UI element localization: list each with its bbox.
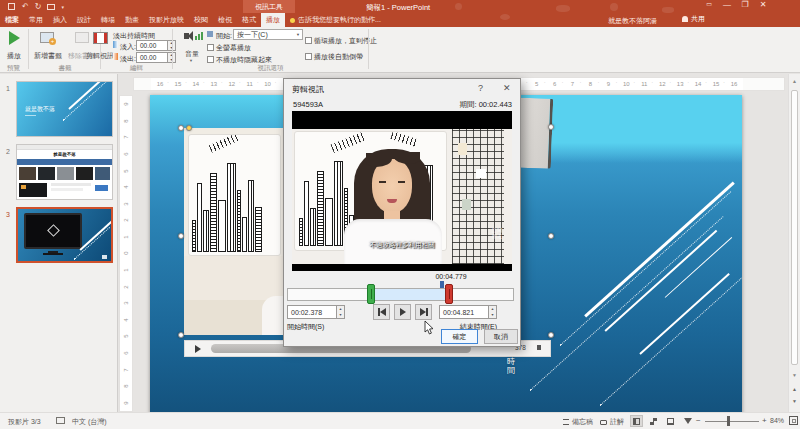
undo-icon[interactable]: ↶	[22, 2, 29, 11]
checkbox-icon	[207, 44, 214, 51]
help-icon[interactable]: ?	[478, 83, 483, 93]
selection-handle[interactable]	[548, 124, 554, 130]
player-play-icon[interactable]	[195, 345, 201, 353]
volume-speaker-cone	[188, 31, 193, 41]
slide-3-thumbnail-selected[interactable]	[16, 207, 113, 263]
display-settings-icon[interactable]	[56, 417, 65, 424]
next-frame-button[interactable]	[415, 304, 432, 320]
vertical-scrollbar[interactable]: ▲ ▼ ▲ ▼	[788, 74, 800, 412]
scroll-down-icon[interactable]: ▼	[792, 372, 797, 378]
ok-button[interactable]: 確定	[441, 329, 478, 344]
vertical-ruler[interactable]: 9876543210123456789	[119, 95, 133, 412]
previous-frame-button[interactable]	[373, 304, 390, 320]
tab-insert[interactable]: 插入	[48, 13, 72, 27]
selection-handle[interactable]	[178, 233, 184, 239]
zoom-out-button[interactable]: −	[696, 416, 701, 425]
ruler-number: 0	[120, 245, 132, 262]
reading-view-button[interactable]	[664, 415, 677, 427]
ok-label: 確定	[453, 332, 467, 342]
scroll-up-icon[interactable]: ▲	[792, 78, 797, 84]
tab-slideshow[interactable]: 投影片放映	[144, 13, 189, 27]
tab-animations[interactable]: 動畫	[120, 13, 144, 27]
fade-out-spinner[interactable]: 00.00 ▲▼	[136, 52, 176, 63]
trim-video-dialog[interactable]: 剪輯視訊 ? ✕ 594593A 期間: 00:02.443	[283, 78, 521, 347]
add-bookmark-button[interactable]: + 新增書籤	[31, 29, 65, 63]
zoom-slider-thumb[interactable]	[727, 416, 730, 426]
selection-handle[interactable]	[548, 233, 554, 239]
minimize-button[interactable]: —	[718, 0, 736, 13]
play-button[interactable]	[394, 304, 411, 320]
trim-slider-track[interactable]	[287, 288, 514, 301]
ribbon-display-options-icon[interactable]: ▭	[700, 0, 718, 13]
selection-handle[interactable]	[178, 125, 184, 131]
website-navbar	[17, 159, 112, 165]
slide-video-object[interactable]	[184, 128, 283, 335]
tab-format[interactable]: 格式	[237, 13, 261, 27]
share-button[interactable]: 共用	[682, 14, 705, 24]
group-separator	[368, 29, 369, 69]
mural-card	[188, 134, 281, 256]
maximize-button[interactable]: ❐	[736, 0, 754, 13]
rewind-checkbox[interactable]: 播放後自動倒帶	[305, 52, 363, 62]
ruler-number: 6	[120, 146, 132, 163]
player-volume-icon[interactable]	[537, 345, 541, 350]
play-preview-button[interactable]: 播放	[1, 29, 27, 63]
next-slide-icon[interactable]: ▼	[792, 398, 797, 404]
qat-dropdown-icon[interactable]: ▾	[61, 4, 64, 10]
language-indicator[interactable]: 中文 (台灣)	[72, 417, 107, 427]
notes-toggle[interactable]: 備忘稿	[563, 417, 593, 427]
close-button[interactable]: ✕	[754, 0, 772, 13]
selection-handle[interactable]	[178, 332, 184, 338]
save-icon[interactable]	[8, 3, 15, 10]
zoom-in-button[interactable]: +	[762, 416, 767, 425]
normal-view-button[interactable]	[630, 415, 643, 427]
start-time-value: 00:02.378	[288, 309, 336, 316]
previous-slide-icon[interactable]: ▲	[792, 386, 797, 392]
volume-button[interactable]: 音量 ▼	[180, 29, 204, 65]
tab-home[interactable]: 常用	[24, 13, 48, 27]
loop-checkbox[interactable]: 循環播放，直到停止	[305, 36, 377, 46]
slide-sorter-view-button[interactable]	[647, 415, 660, 427]
slide-2-thumbnail[interactable]: 就是教不落	[17, 145, 112, 199]
comments-toggle[interactable]: 註解	[600, 417, 624, 427]
slide-counter[interactable]: 投影片 3/3	[8, 417, 41, 427]
tv-frame	[24, 213, 82, 249]
spinner-arrows-icon[interactable]: ▲▼	[167, 53, 175, 62]
fade-in-spinner[interactable]: 00.00 ▲▼	[136, 40, 176, 51]
tab-playback[interactable]: 播放	[261, 13, 285, 27]
tv-base	[43, 253, 63, 255]
signed-in-user[interactable]: 就是教不落阿湯	[608, 16, 657, 26]
fit-to-window-icon[interactable]	[789, 416, 798, 425]
tell-me-box[interactable]: 告訴我您想要執行的動作...	[285, 13, 386, 27]
scrollbar-thumb[interactable]	[791, 90, 798, 365]
building-sketch	[334, 161, 343, 246]
tab-transitions[interactable]: 轉場	[96, 13, 120, 27]
start-option-dropdown[interactable]: 按一下(C) ▼	[233, 29, 303, 40]
spinner-arrows-icon[interactable]: ▲▼	[336, 306, 344, 318]
start-time-label: 開始時間(S)	[287, 322, 324, 332]
start-slideshow-icon[interactable]	[47, 4, 55, 10]
rotation-handle[interactable]	[186, 125, 192, 131]
start-time-spinner[interactable]: 00:02.378 ▲▼	[287, 305, 345, 319]
tab-file[interactable]: 檔案	[0, 13, 24, 27]
tab-design[interactable]: 設計	[72, 13, 96, 27]
redo-icon[interactable]: ↻	[35, 2, 42, 11]
cancel-button[interactable]: 取消	[484, 329, 518, 344]
tab-view[interactable]: 檢視	[213, 13, 237, 27]
close-icon[interactable]: ✕	[503, 83, 511, 93]
trim-end-hand le[interactable]	[445, 284, 453, 304]
selection-handle[interactable]	[548, 332, 554, 338]
slide-1-thumbnail[interactable]: 就是教不落	[17, 82, 112, 136]
slideshow-view-button[interactable]	[681, 415, 694, 427]
ruler-number: 2	[120, 212, 132, 229]
trim-start-handle[interactable]	[367, 284, 375, 304]
tab-review[interactable]: 校閱	[189, 13, 213, 27]
fullscreen-checkbox[interactable]: 全螢幕播放	[207, 43, 251, 53]
title-bar: ↶ ↻ ▾ 視訊工具 簡報1 - PowerPoint ▭ — ❐ ✕ 就是教不…	[0, 0, 800, 27]
spinner-arrows-icon[interactable]: ▲▼	[167, 41, 175, 50]
zoom-level[interactable]: 84%	[770, 417, 784, 424]
spinner-arrows-icon[interactable]: ▲▼	[488, 306, 496, 318]
end-time-spinner[interactable]: 00:04.821 ▲▼	[439, 305, 497, 319]
zoom-slider-track[interactable]	[705, 421, 759, 422]
ruler-number: 9	[120, 394, 132, 411]
